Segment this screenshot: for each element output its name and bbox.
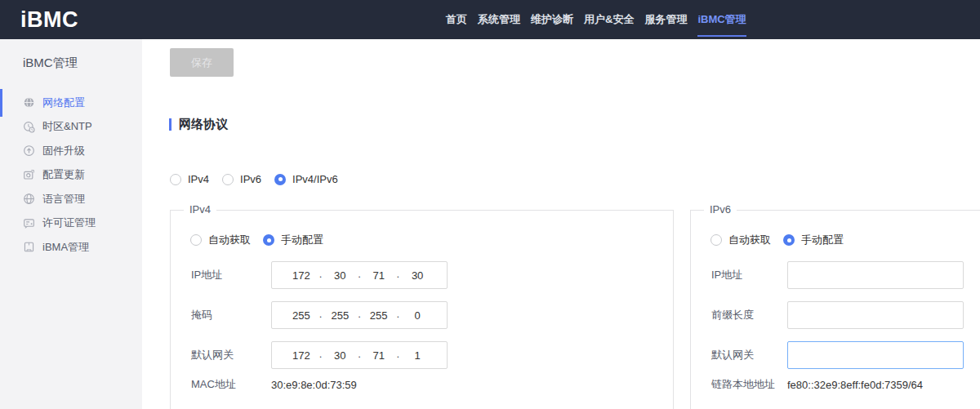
sidebar-item-config-update[interactable]: 配置更新 [0,163,142,188]
nav-user-security[interactable]: 用户&安全 [584,0,634,39]
sidebar-item-label: iBMA管理 [42,240,89,255]
octet-separator: . [358,268,361,280]
sidebar-item-label: 固件升级 [42,144,85,158]
language-icon [23,193,35,205]
topbar: iBMC 首页 系统管理 维护诊断 用户&安全 服务管理 iBMC管理 [0,0,980,39]
field-label: 默认网关 [191,348,271,362]
nav-system-management[interactable]: 系统管理 [478,0,520,39]
ipv6-panel-legend: IPv6 [704,203,737,216]
octet[interactable]: 172 [283,349,319,362]
radio-ipv4-auto-unselected[interactable] [190,234,202,246]
ipv4-manual-option[interactable]: 手动配置 [263,233,323,247]
ipv4-mask-input[interactable]: 255 . 255 . 255 . 0 [271,301,448,329]
radio-label: IPv6 [240,173,261,185]
radio-ipv4-unselected[interactable] [170,174,181,185]
sidebar-item-language-management[interactable]: 语言管理 [0,187,142,211]
ipv4-ip-address-row: IP地址 172 . 30 . 71 . 30 [191,261,448,289]
ipv4-mode-radio-group: 自动获取 手动配置 [190,233,323,247]
app-logo: iBMC [20,0,78,39]
top-nav: 首页 系统管理 维护诊断 用户&安全 服务管理 iBMC管理 [446,0,746,39]
octet[interactable]: 255 [283,309,319,322]
sidebar-item-timezone-ntp[interactable]: 时区&NTP [0,115,142,140]
ipv6-panel: IPv6 自动获取 手动配置 IP地址 前缀长度 默认 [690,210,980,409]
radio-ipv6-manual-selected[interactable] [783,234,795,246]
firmware-upgrade-icon [23,144,35,157]
nav-ibmc-management[interactable]: iBMC管理 [697,0,746,39]
section-accent-bar [169,118,172,131]
radio-label: 手动配置 [801,233,844,247]
radio-option-ipv4[interactable]: IPv4 [170,173,209,185]
octet-separator: . [358,308,361,320]
field-label: 链路本地地址 [711,377,787,392]
ipv6-ip-address-input[interactable] [787,261,964,289]
ipv6-mode-radio-group: 自动获取 手动配置 [710,233,844,247]
octet[interactable]: 71 [361,269,397,282]
ipv6-manual-option[interactable]: 手动配置 [783,233,844,247]
protocol-radio-group: IPv4 IPv6 IPv4/IPv6 [170,173,338,185]
octet[interactable]: 71 [361,349,397,362]
ipv4-gateway-row: 默认网关 172 . 30 . 71 . 1 [191,341,448,369]
radio-label: 自动获取 [208,233,251,247]
nav-service-management[interactable]: 服务管理 [644,0,687,39]
radio-option-ipv4-ipv6[interactable]: IPv4/IPv6 [274,173,338,185]
octet-separator: . [319,308,323,320]
sidebar-item-label: 网络配置 [42,96,85,110]
ipv6-prefix-length-input[interactable] [787,301,964,329]
ipv4-ip-address-input[interactable]: 172 . 30 . 71 . 30 [271,261,448,289]
sidebar-item-firmware-upgrade[interactable]: 固件升级 [0,139,142,163]
field-label: IP地址 [711,268,787,282]
radio-ipv4-manual-selected[interactable] [263,234,274,246]
sidebar-menu: 网络配置 时区&NTP 固件升级 配置更新 [0,91,142,260]
ipv6-gateway-row: 默认网关 [711,341,964,369]
radio-label: IPv4 [188,173,209,185]
octet[interactable]: 30 [399,269,435,282]
radio-ipv6-unselected[interactable] [222,174,234,185]
ipv4-gateway-input[interactable]: 172 . 30 . 71 . 1 [271,341,448,369]
radio-label: 自动获取 [728,233,771,247]
ipv6-gateway-input[interactable] [787,341,964,369]
octet[interactable]: 172 [283,269,319,282]
ipv4-panel-legend: IPv4 [184,203,216,216]
radio-ipv4-ipv6-selected[interactable] [274,174,286,185]
mac-address-value: 30:e9:8e:0d:73:59 [271,379,357,391]
sidebar-title: iBMC管理 [0,39,142,71]
octet[interactable]: 0 [399,309,435,322]
ibmc-screen: iBMC 首页 系统管理 维护诊断 用户&安全 服务管理 iBMC管理 iBMC… [0,0,980,409]
field-label: 掩码 [191,308,271,322]
sidebar-item-label: 语言管理 [42,192,85,207]
sidebar-item-label: 许可证管理 [42,216,96,230]
radio-ipv6-auto-unselected[interactable] [710,234,722,246]
ipv6-auto-option[interactable]: 自动获取 [710,233,771,247]
field-label: IP地址 [191,268,271,282]
radio-option-ipv6[interactable]: IPv6 [222,173,261,185]
sidebar-item-label: 时区&NTP [42,119,92,134]
section-title-text: 网络协议 [179,117,228,132]
nav-home[interactable]: 首页 [446,0,467,39]
octet-separator: . [397,308,400,320]
timezone-clock-icon [23,121,35,133]
octet[interactable]: 255 [322,309,358,322]
ipv6-link-local-row: 链路本地地址 fe80::32e9:8eff:fe0d:7359/64 [711,376,923,393]
octet-separator: . [319,268,323,280]
octet-separator: . [319,348,323,360]
config-update-icon [23,169,35,181]
save-button[interactable]: 保存 [170,48,234,77]
octet-separator: . [397,268,400,280]
sidebar-item-license-management[interactable]: 许可证管理 [0,211,142,236]
license-icon [23,217,35,229]
link-local-address-value: fe80::32e9:8eff:fe0d:7359/64 [787,379,923,391]
sidebar-item-network-config[interactable]: 网络配置 [0,91,142,115]
octet[interactable]: 30 [322,269,358,282]
package-icon [23,241,35,253]
octet[interactable]: 1 [399,349,435,362]
field-label: 前缀长度 [711,308,787,322]
nav-maintenance-diagnostics[interactable]: 维护诊断 [531,0,573,39]
ipv4-auto-option[interactable]: 自动获取 [190,233,251,247]
section-title: 网络协议 [169,117,228,132]
octet[interactable]: 30 [322,349,358,362]
octet[interactable]: 255 [361,309,397,322]
field-label: MAC地址 [191,377,271,392]
ipv6-prefix-length-row: 前缀长度 [711,301,964,329]
sidebar-item-ibma-management[interactable]: iBMA管理 [0,235,142,260]
octet-separator: . [397,348,400,360]
